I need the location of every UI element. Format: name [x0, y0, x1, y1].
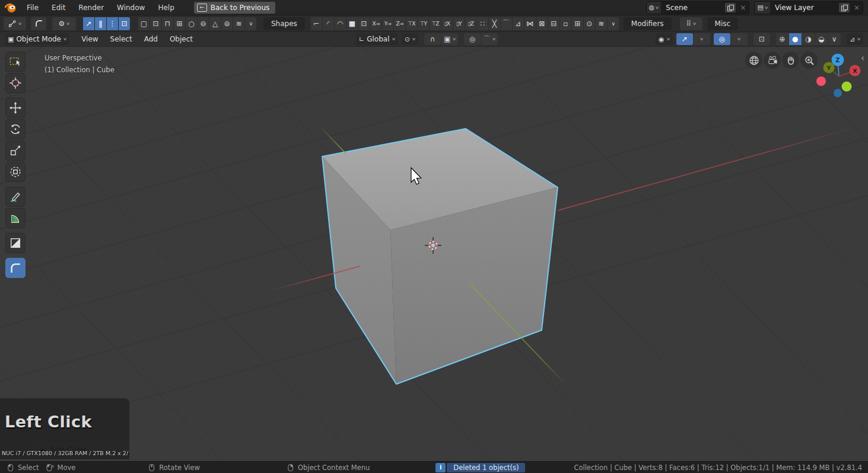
tool-options-gear-button[interactable]: ⚙∨ [52, 17, 76, 30]
prim-grid-icon[interactable]: ⊞ [174, 17, 185, 30]
dashed-square-icon[interactable]: ▫ [560, 17, 571, 30]
modifiers-label[interactable]: Modifiers [624, 17, 672, 30]
overlays-dropdown[interactable]: ∨ [731, 33, 748, 45]
menu-window[interactable]: Window [110, 0, 151, 15]
shading-wireframe-icon[interactable]: ⊕ [776, 33, 788, 45]
editor-type-button[interactable]: ∨ [4, 17, 26, 30]
prim-cylinder-icon[interactable]: ⊖ [198, 17, 209, 30]
view-layer-name[interactable]: View Layer [770, 4, 839, 12]
mirror-x-icon[interactable]: ▯X [441, 17, 453, 30]
corner-round-icon[interactable]: ◜ [323, 17, 334, 30]
menu-file[interactable]: File [20, 0, 45, 15]
pattern-toggle-button[interactable]: ⠿∨ [680, 17, 702, 30]
mirror-y-icon[interactable]: ▯Y [453, 17, 465, 30]
mode-dropdown[interactable]: ▣ Object Mode∨ [5, 33, 69, 45]
gizmos-toggle[interactable]: ↗ [676, 33, 693, 45]
split-square-icon[interactable]: ⊟ [548, 17, 559, 30]
pivot-dropdown[interactable]: ⊙∨ [402, 33, 418, 45]
tool-shapes[interactable] [5, 258, 26, 278]
align-y-icon[interactable]: ⊤Y [418, 17, 429, 30]
gizmo-neg-z-axis[interactable] [834, 89, 842, 97]
corner-sharp-icon[interactable]: ⌐ [311, 17, 322, 30]
menu-add[interactable]: Add [138, 32, 164, 47]
tool-move[interactable] [5, 98, 26, 118]
shading-chevron-icon[interactable]: ∨ [828, 33, 841, 45]
tool-scale[interactable] [5, 140, 26, 161]
active-tool-corner-icon[interactable] [31, 17, 46, 30]
gizmos-dropdown[interactable]: ∨ [694, 33, 710, 45]
move-y-icon[interactable]: Y→ [382, 17, 393, 30]
tool-settings-cube-icon[interactable]: ⊡ [119, 17, 130, 30]
unlink-scene-button[interactable]: × [737, 4, 749, 12]
prim-torus-icon[interactable]: ≋ [233, 17, 244, 30]
info-icon[interactable]: i [435, 463, 446, 472]
tool-measure[interactable] [5, 208, 26, 228]
triangle-square-icon[interactable]: ⊿ [513, 17, 524, 30]
xray-toggle[interactable]: ⊡ [753, 33, 770, 45]
orientation-dropdown[interactable]: ∟ Global∨ [356, 33, 398, 45]
prim-sphere-icon[interactable]: ⊜ [221, 17, 233, 30]
tool-transform[interactable] [5, 162, 26, 182]
prim-more-chevron-icon[interactable]: ∨ [245, 17, 256, 30]
hourglass-icon[interactable]: ⋈ [524, 17, 536, 30]
sidebar-toggle-chevron[interactable]: ‹ [861, 53, 864, 63]
diagonal-square-icon[interactable]: ⊠ [536, 17, 548, 30]
tool-annotate[interactable] [5, 187, 26, 207]
shapes-label[interactable]: Shapes [263, 17, 305, 30]
prim-cube-icon[interactable]: ⊡ [150, 17, 161, 30]
strip-more-chevron-icon[interactable]: ∨ [608, 17, 619, 30]
overlays-toggle[interactable]: ◎ [714, 33, 730, 45]
mirror-z-icon[interactable]: ▯Z [465, 17, 476, 30]
new-view-layer-button[interactable] [839, 3, 850, 12]
camera-view-button[interactable] [764, 52, 781, 69]
menu-help[interactable]: Help [151, 0, 180, 15]
corner-arc-icon[interactable]: ◠ [335, 17, 346, 30]
cross-icon[interactable]: ╳ [489, 17, 500, 30]
menu-render[interactable]: Render [72, 0, 110, 15]
tool-settings-sliders-icon[interactable]: ǁ [95, 17, 106, 30]
align-x-icon[interactable]: ⊤X [406, 17, 417, 30]
wire-cube-icon[interactable]: ⊡ [358, 17, 370, 30]
shading-solid-icon[interactable]: ● [789, 33, 802, 45]
misc-label[interactable]: Misc [707, 17, 739, 30]
tool-add-primitive[interactable] [5, 233, 26, 253]
toggle-projection-button[interactable] [745, 52, 762, 69]
shading-rendered-icon[interactable]: ◒ [815, 33, 828, 45]
tool-cursor[interactable] [5, 73, 26, 93]
viewport-3d[interactable] [0, 0, 868, 473]
align-z-icon[interactable]: ⊤Z [430, 17, 441, 30]
curve-icon[interactable]: ≋ [596, 17, 607, 30]
snap-toggle-button[interactable]: ∩ [424, 33, 441, 45]
menu-edit[interactable]: Edit [45, 0, 72, 15]
pan-view-button[interactable] [782, 52, 799, 69]
back-to-previous-button[interactable]: ← Back to Previous [194, 2, 276, 14]
move-x-icon[interactable]: X→ [370, 17, 381, 30]
circle-square-icon[interactable]: ⊙ [584, 17, 595, 30]
window-icon[interactable]: ⊞ [572, 17, 583, 30]
visibility-dropdown[interactable]: ◉∨ [656, 33, 673, 45]
move-z-icon[interactable]: Z→ [394, 17, 405, 30]
menu-view[interactable]: View [75, 32, 104, 47]
scene-name[interactable]: Scene [661, 4, 725, 12]
proportional-edit-toggle[interactable]: ◎ [464, 33, 481, 45]
shading-material-icon[interactable]: ◑ [802, 33, 815, 45]
tool-settings-options-icon[interactable]: ⋮ [107, 17, 118, 30]
gizmo-neg-x-axis[interactable] [816, 76, 826, 86]
tool-rotate[interactable] [5, 119, 26, 139]
prim-plane-icon[interactable]: ▢ [138, 17, 150, 30]
array-dots-icon[interactable]: ∷ [477, 17, 488, 30]
remove-view-layer-button[interactable]: × [851, 4, 863, 12]
falloff-dropdown[interactable]: ⌒∨ [481, 33, 498, 45]
navigation-gizmo[interactable]: Z Y X [812, 50, 868, 101]
gizmo-neg-y-axis[interactable] [842, 82, 852, 92]
new-scene-button[interactable] [725, 3, 736, 12]
snap-target-dropdown[interactable]: ▣∨ [441, 33, 458, 45]
tool-settings-move-icon[interactable]: ↗ [83, 17, 94, 30]
shading-options-dropdown[interactable]: ⊿∨ [847, 33, 863, 45]
menu-select[interactable]: Select [104, 32, 138, 47]
prim-circle-icon[interactable]: ○ [186, 17, 197, 30]
prim-rounded-cube-icon[interactable]: ⊓ [162, 17, 173, 30]
menu-object[interactable]: Object [164, 32, 199, 47]
solid-square-icon[interactable]: ■ [346, 17, 358, 30]
prim-cone-icon[interactable]: △ [209, 17, 221, 30]
